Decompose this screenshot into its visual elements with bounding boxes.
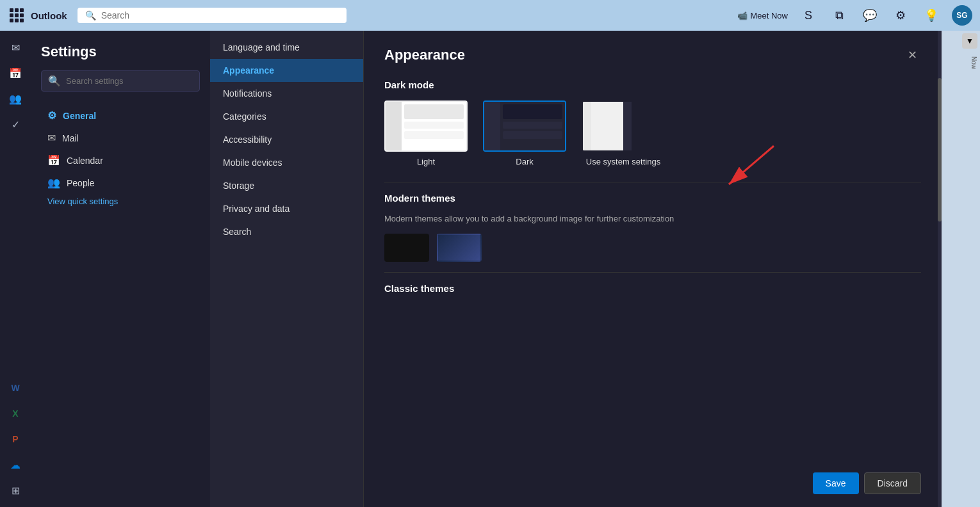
middle-item-search[interactable]: Search	[210, 220, 363, 243]
help-icon-button[interactable]: 💡	[921, 5, 942, 26]
calendar-icon: 📅	[47, 154, 60, 166]
general-label: General	[63, 111, 96, 121]
sidebar-item-general[interactable]: ⚙ General	[41, 104, 200, 127]
theme-space[interactable]	[437, 234, 482, 262]
mail-label: Mail	[62, 133, 79, 143]
settings-left-panel: Settings 🔍 ⚙ General ✉ Mail 📅 Calendar 👥…	[31, 31, 210, 507]
dark-mode-preview	[483, 101, 566, 152]
top-bar-right: 📹 Meet Now S ⧉ 💬 ⚙ 💡 SG	[737, 5, 972, 26]
sidebar-item-calendar[interactable]: 📅 Calendar	[41, 149, 200, 172]
dark-preview-sidebar	[484, 102, 500, 150]
close-button[interactable]: ✕	[903, 46, 921, 64]
sidebar-item-powerpoint[interactable]: P	[4, 428, 27, 451]
light-preview-sidebar	[386, 102, 402, 150]
app-name: Outlook	[31, 10, 67, 21]
sidebar-item-people[interactable]: 👥	[4, 87, 27, 110]
sidebar-item-apps[interactable]: ⊞	[4, 479, 27, 502]
dark-mode-title: Dark mode	[384, 79, 921, 90]
search-settings-box[interactable]: 🔍	[41, 70, 200, 92]
middle-item-privacy[interactable]: Privacy and data	[210, 197, 363, 220]
view-quick-settings-link[interactable]: View quick settings	[41, 194, 200, 209]
settings-middle-panel: Language and time Appearance Notificatio…	[210, 31, 364, 507]
theme-black[interactable]	[384, 234, 429, 262]
system-mode-preview	[582, 101, 665, 152]
light-mode-preview	[384, 101, 468, 152]
calendar-label: Calendar	[67, 156, 103, 166]
mail-icon: ✉	[47, 132, 56, 144]
main-layout: ✉ 📅 👥 ✓ W X P ☁ ⊞ Settings 🔍 ⚙ General ✉…	[0, 31, 980, 507]
content-header: Appearance ✕	[384, 46, 921, 64]
sidebar-item-calendar[interactable]: 📅	[4, 61, 27, 84]
sidebar-item-word[interactable]: W	[4, 376, 27, 399]
sidebar-item-onedrive[interactable]: ☁	[4, 453, 27, 476]
avatar[interactable]: SG	[952, 5, 972, 26]
search-settings-icon: 🔍	[48, 75, 61, 87]
sidebar-icon-rail: ✉ 📅 👥 ✓ W X P ☁ ⊞	[0, 31, 31, 507]
sidebar-item-excel[interactable]: X	[4, 402, 27, 425]
modern-themes-desc: Modern themes allow you to add a backgro…	[384, 214, 921, 223]
dark-mode-option[interactable]: Dark	[483, 101, 566, 166]
expand-button[interactable]: ▼	[962, 33, 977, 49]
divider-1	[384, 182, 921, 182]
system-mode-label: Use system settings	[586, 157, 660, 166]
dark-preview-main	[500, 102, 565, 150]
middle-item-language[interactable]: Language and time	[210, 36, 363, 59]
search-settings-input[interactable]	[66, 76, 193, 86]
sidebar-toggle-button[interactable]: ⧉	[829, 5, 849, 26]
settings-title: Settings	[41, 44, 200, 60]
meet-now-button[interactable]: 📹 Meet Now	[737, 11, 788, 20]
classic-themes-title: Classic themes	[384, 283, 921, 294]
middle-item-categories[interactable]: Categories	[210, 105, 363, 128]
sidebar-item-people[interactable]: 👥 People	[41, 172, 200, 194]
sidebar-item-tasks[interactable]: ✓	[4, 113, 27, 136]
feedback-icon-button[interactable]: 💬	[860, 5, 880, 26]
system-preview-dark	[623, 102, 664, 150]
dark-mode-label: Dark	[516, 157, 533, 166]
people-label: People	[67, 178, 95, 188]
modern-themes-title: Modern themes	[384, 193, 921, 204]
bottom-buttons: Save Discard	[813, 472, 921, 494]
discard-button[interactable]: Discard	[864, 472, 921, 494]
people-icon: 👥	[47, 177, 60, 189]
light-mode-label: Light	[417, 157, 435, 166]
settings-icon-button[interactable]: ⚙	[890, 5, 911, 26]
middle-item-notifications[interactable]: Notifications	[210, 82, 363, 105]
system-preview-light	[583, 102, 623, 150]
sidebar-item-mail[interactable]: ✉	[4, 36, 27, 59]
divider-2	[384, 272, 921, 273]
settings-content: Appearance ✕ Dark mode Light	[364, 31, 942, 507]
grid-icon	[10, 8, 24, 22]
app-launcher-button[interactable]	[8, 6, 26, 24]
middle-item-mobile[interactable]: Mobile devices	[210, 151, 363, 174]
light-mode-option[interactable]: Light	[384, 101, 468, 166]
save-button[interactable]: Save	[813, 472, 859, 494]
theme-thumbnails	[384, 234, 921, 262]
middle-item-storage[interactable]: Storage	[210, 174, 363, 197]
gear-icon: ⚙	[47, 109, 56, 122]
video-icon: 📹	[737, 11, 747, 20]
system-mode-option[interactable]: Use system settings	[582, 101, 665, 166]
light-preview-main	[402, 102, 466, 150]
meetnow-label-side: Now	[970, 56, 977, 69]
top-bar: Outlook 🔍 📹 Meet Now S ⧉ 💬 ⚙ 💡 SG	[0, 0, 980, 31]
content-title: Appearance	[384, 47, 465, 63]
background-right: ▼ Now	[942, 31, 980, 507]
search-box[interactable]: 🔍	[78, 8, 347, 23]
middle-item-accessibility[interactable]: Accessibility	[210, 128, 363, 151]
search-input[interactable]	[101, 10, 339, 20]
search-icon: 🔍	[85, 10, 96, 20]
skype-icon-button[interactable]: S	[798, 5, 819, 26]
meet-now-label: Meet Now	[750, 11, 788, 20]
sidebar-item-mail[interactable]: ✉ Mail	[41, 127, 200, 149]
middle-item-appearance[interactable]: Appearance	[210, 59, 363, 82]
dark-mode-options: Light Dark	[384, 101, 921, 166]
